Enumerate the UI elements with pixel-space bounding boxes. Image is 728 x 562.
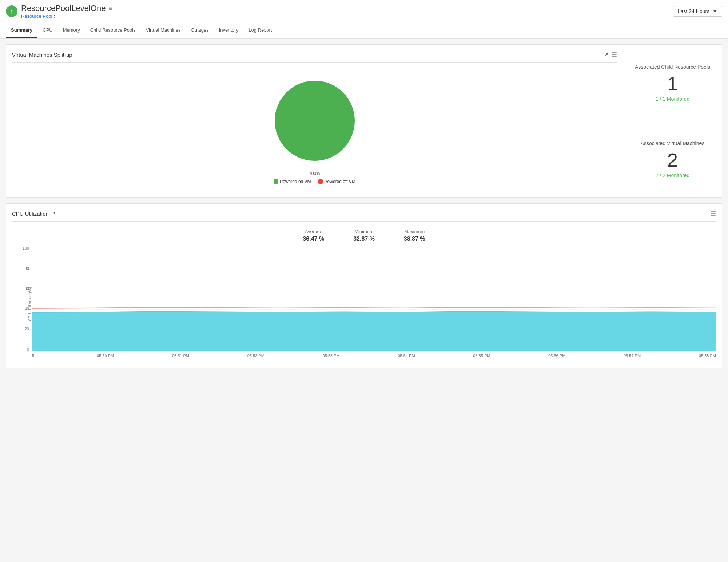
pie-chart [267,73,362,168]
nav-tab-child-resource-pools[interactable]: Child Resource Pools [85,23,141,38]
cpu-title-actions: ☰ [710,210,716,218]
x-label-2: 05:51 PM [172,354,189,358]
virtual-machines-monitored: 2 / 2 Monitored [656,172,689,178]
resource-pool-subtitle[interactable]: Resource Pool 🏷 [21,13,112,19]
cpu-stats: Average 36.47 % Minimum 32.87 % Maximum … [12,229,716,242]
nav-tab-memory[interactable]: Memory [58,23,85,38]
vm-splitup-title-text: Virtual Machines Split-up [12,52,72,58]
pie-legend: Powered on VM Powered off VM [274,179,355,184]
nav-tabs: SummaryCPUMemoryChild Resource PoolsVirt… [0,23,728,39]
x-axis: 5:... 05:50 PM 05:51 PM 05:52 PM 05:53 P… [32,351,716,362]
legend-powered-on: Powered on VM [274,179,311,184]
top-section: Virtual Machines Split-up ↗ ☰ 100% [6,44,722,198]
dropdown-arrow-icon: ▼ [712,8,717,14]
child-pools-number: 1 [667,74,678,93]
legend-powered-off: Powered off VM [318,179,355,184]
powered-off-label: Powered off VM [325,179,355,184]
virtual-machines-card: Associated Virtual Machines 2 2 / 2 Moni… [623,121,722,197]
svg-point-0 [275,81,355,161]
y-20: 20 [25,327,29,331]
powered-on-label: Powered on VM [280,179,311,184]
y-100: 100 [23,246,29,250]
child-pools-monitored: 1 / 1 Monitored [656,96,689,102]
minimum-value: 32.87 % [353,236,375,242]
nav-tab-inventory[interactable]: Inventory [214,23,243,38]
nav-tab-outages[interactable]: Outages [186,23,214,38]
divider [12,62,617,63]
x-label-8: 05:57 PM [624,354,641,358]
header-left: ↑ ResourcePoolLevelOne ≡ Resource Pool 🏷 [6,4,112,19]
cpu-utilization-section: CPU Utilization ↗ ☰ Average 36.47 % Mini… [6,203,722,368]
vm-splitup-card: Virtual Machines Split-up ↗ ☰ 100% [6,45,623,197]
nav-tab-summary[interactable]: Summary [6,23,37,38]
cpu-menu-icon[interactable]: ☰ [710,210,716,217]
x-label-0: 5:... [32,354,39,358]
x-label-9: 05:58 PM [699,354,716,358]
page-title: ResourcePoolLevelOne [21,4,106,13]
time-range-label: Last 24 Hours [678,8,709,14]
external-link-icon[interactable]: ↗ [604,52,608,57]
header: ↑ ResourcePoolLevelOne ≡ Resource Pool 🏷… [0,0,728,23]
x-label-4: 05:53 PM [323,354,340,358]
cpu-title-text: CPU Utilization [12,211,49,217]
child-pools-title: Associated Child Resource Pools [635,64,710,70]
pie-percent-label: 100% [309,171,320,176]
header-menu-icon[interactable]: ≡ [108,5,112,12]
child-pools-card: Associated Child Resource Pools 1 1 / 1 … [623,45,722,121]
subtitle-text: Resource Pool [21,13,52,19]
cpu-minimum: Minimum 32.87 % [353,229,375,242]
nav-tab-cpu[interactable]: CPU [37,23,57,38]
cpu-chart-container: 100 80 60 40 20 0 CPU Utilization (%) [12,246,716,362]
cpu-chart-svg [32,246,716,351]
tag-icon: 🏷 [53,13,59,19]
header-title-block: ResourcePoolLevelOne ≡ Resource Pool 🏷 [21,4,112,19]
x-label-1: 05:50 PM [97,354,114,358]
pie-container: 100% Powered on VM Powered off VM [12,66,617,191]
main-content: Virtual Machines Split-up ↗ ☰ 100% [0,39,728,374]
nav-tab-virtual-machines[interactable]: Virtual Machines [141,23,186,38]
powered-on-dot [274,179,278,184]
x-label-6: 05:55 PM [473,354,490,358]
average-value: 36.47 % [303,236,324,242]
cpu-external-link-icon[interactable]: ↗ [52,211,56,216]
x-label-3: 05:52 PM [247,354,264,358]
card-menu-icon[interactable]: ☰ [611,51,617,59]
virtual-machines-number: 2 [667,151,678,170]
maximum-value: 38.87 % [404,236,425,242]
cpu-maximum: Maximum 38.87 % [404,229,425,242]
average-label: Average [303,229,324,234]
vm-splitup-title: Virtual Machines Split-up ↗ ☰ [12,51,617,59]
percent-value: 100% [309,171,320,176]
maximum-label: Maximum [404,229,425,234]
powered-off-dot [318,179,323,184]
x-label-5: 05:54 PM [398,354,415,358]
cpu-average: Average 36.47 % [303,229,324,242]
cpu-divider [12,221,716,222]
x-label-7: 05:56 PM [548,354,565,358]
minimum-label: Minimum [353,229,375,234]
resource-pool-icon: ↑ [6,5,17,17]
svg-marker-7 [32,311,716,351]
y-0: 0 [27,347,29,351]
nav-tab-log-report[interactable]: Log Report [243,23,277,38]
virtual-machines-title: Associated Virtual Machines [641,140,705,146]
y-80: 80 [25,266,29,271]
stats-cards: Associated Child Resource Pools 1 1 / 1 … [623,45,722,197]
chart-area [32,246,716,351]
cpu-title: CPU Utilization ↗ ☰ [12,210,716,218]
time-range-dropdown[interactable]: Last 24 Hours ▼ [673,6,722,17]
vm-splitup-actions: ↗ ☰ [604,51,617,59]
y-axis-label: CPU Utilization (%) [28,287,32,321]
